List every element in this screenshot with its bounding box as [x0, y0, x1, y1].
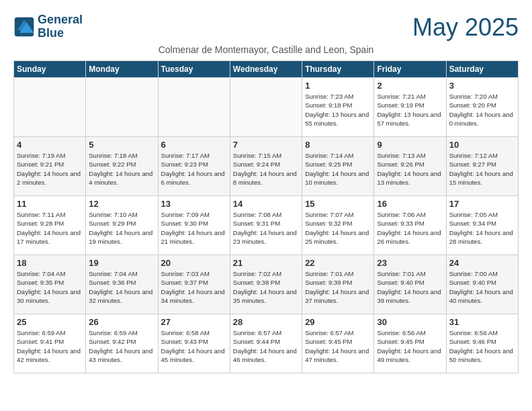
day-info: Sunrise: 7:03 AM Sunset: 9:37 PM Dayligh… [161, 269, 227, 305]
day-number: 27 [161, 317, 227, 327]
day-info: Sunrise: 7:09 AM Sunset: 9:30 PM Dayligh… [161, 210, 227, 246]
day-info: Sunrise: 7:20 AM Sunset: 9:20 PM Dayligh… [449, 92, 515, 128]
day-info: Sunrise: 7:00 AM Sunset: 9:40 PM Dayligh… [449, 269, 515, 305]
day-info: Sunrise: 7:11 AM Sunset: 9:28 PM Dayligh… [17, 210, 83, 246]
logo-line2: Blue [38, 26, 64, 40]
day-number: 10 [449, 140, 515, 150]
calendar-header: Sunday Monday Tuesday Wednesday Thursday… [14, 61, 519, 78]
day-number: 6 [161, 140, 227, 150]
logo-icon [13, 16, 35, 38]
day-number: 22 [305, 258, 371, 268]
day-info: Sunrise: 7:05 AM Sunset: 9:34 PM Dayligh… [449, 210, 515, 246]
day-info: Sunrise: 7:01 AM Sunset: 9:40 PM Dayligh… [377, 269, 443, 305]
day-number: 13 [161, 199, 227, 209]
calendar-cell: 24Sunrise: 7:00 AM Sunset: 9:40 PM Dayli… [446, 255, 518, 314]
day-number: 19 [89, 258, 154, 268]
day-number: 7 [233, 140, 299, 150]
day-info: Sunrise: 6:57 AM Sunset: 9:45 PM Dayligh… [305, 328, 371, 364]
day-number: 20 [161, 258, 227, 268]
header: General Blue May 2025 [13, 13, 519, 42]
week-row-3: 11Sunrise: 7:11 AM Sunset: 9:28 PM Dayli… [14, 196, 519, 255]
day-number: 23 [377, 258, 443, 268]
logo-line1: General [38, 13, 83, 26]
title-area: May 2025 [412, 13, 519, 42]
col-saturday: Saturday [446, 61, 518, 78]
day-number: 18 [17, 258, 83, 268]
day-number: 29 [305, 317, 371, 327]
day-info: Sunrise: 7:10 AM Sunset: 9:29 PM Dayligh… [89, 210, 154, 246]
calendar-cell: 25Sunrise: 6:59 AM Sunset: 9:41 PM Dayli… [14, 314, 86, 373]
day-info: Sunrise: 7:12 AM Sunset: 9:27 PM Dayligh… [449, 151, 515, 187]
calendar-cell: 3Sunrise: 7:20 AM Sunset: 9:20 PM Daylig… [446, 78, 518, 137]
day-info: Sunrise: 7:18 AM Sunset: 9:22 PM Dayligh… [89, 151, 154, 187]
col-tuesday: Tuesday [158, 61, 230, 78]
calendar-cell: 19Sunrise: 7:04 AM Sunset: 9:36 PM Dayli… [86, 255, 158, 314]
day-info: Sunrise: 7:13 AM Sunset: 9:26 PM Dayligh… [377, 151, 443, 187]
logo: General Blue [13, 13, 83, 40]
header-row: Sunday Monday Tuesday Wednesday Thursday… [14, 61, 519, 78]
day-number: 8 [305, 140, 371, 150]
calendar-cell: 12Sunrise: 7:10 AM Sunset: 9:29 PM Dayli… [86, 196, 158, 255]
day-info: Sunrise: 7:04 AM Sunset: 9:36 PM Dayligh… [89, 269, 154, 305]
subtitle: Colmenar de Montemayor, Castille and Leo… [13, 44, 519, 55]
col-sunday: Sunday [14, 61, 86, 78]
day-number: 1 [305, 81, 371, 91]
calendar-cell: 2Sunrise: 7:21 AM Sunset: 9:19 PM Daylig… [374, 78, 446, 137]
day-info: Sunrise: 7:23 AM Sunset: 9:18 PM Dayligh… [305, 92, 371, 128]
day-number: 9 [377, 140, 443, 150]
week-row-5: 25Sunrise: 6:59 AM Sunset: 9:41 PM Dayli… [14, 314, 519, 373]
calendar-cell: 22Sunrise: 7:01 AM Sunset: 9:39 PM Dayli… [302, 255, 374, 314]
calendar-cell: 11Sunrise: 7:11 AM Sunset: 9:28 PM Dayli… [14, 196, 86, 255]
day-info: Sunrise: 7:01 AM Sunset: 9:39 PM Dayligh… [305, 269, 371, 305]
day-number: 17 [449, 199, 515, 209]
day-number: 21 [233, 258, 299, 268]
day-number: 30 [377, 317, 443, 327]
day-info: Sunrise: 7:15 AM Sunset: 9:24 PM Dayligh… [233, 151, 299, 187]
calendar-cell: 30Sunrise: 6:56 AM Sunset: 9:45 PM Dayli… [374, 314, 446, 373]
day-info: Sunrise: 7:19 AM Sunset: 9:21 PM Dayligh… [17, 151, 83, 187]
calendar-cell [14, 78, 86, 137]
col-monday: Monday [86, 61, 158, 78]
calendar-cell: 31Sunrise: 6:56 AM Sunset: 9:46 PM Dayli… [446, 314, 518, 373]
calendar-cell: 1Sunrise: 7:23 AM Sunset: 9:18 PM Daylig… [302, 78, 374, 137]
col-thursday: Thursday [302, 61, 374, 78]
calendar-cell: 14Sunrise: 7:08 AM Sunset: 9:31 PM Dayli… [230, 196, 302, 255]
day-number: 28 [233, 317, 299, 327]
day-number: 5 [89, 140, 154, 150]
calendar-cell: 23Sunrise: 7:01 AM Sunset: 9:40 PM Dayli… [374, 255, 446, 314]
day-number: 31 [449, 317, 515, 327]
col-friday: Friday [374, 61, 446, 78]
day-number: 4 [17, 140, 83, 150]
calendar-cell: 15Sunrise: 7:07 AM Sunset: 9:32 PM Dayli… [302, 196, 374, 255]
calendar-cell [86, 78, 158, 137]
calendar-cell: 6Sunrise: 7:17 AM Sunset: 9:23 PM Daylig… [158, 137, 230, 196]
calendar-cell: 5Sunrise: 7:18 AM Sunset: 9:22 PM Daylig… [86, 137, 158, 196]
day-info: Sunrise: 6:59 AM Sunset: 9:41 PM Dayligh… [17, 328, 83, 364]
calendar-cell: 17Sunrise: 7:05 AM Sunset: 9:34 PM Dayli… [446, 196, 518, 255]
day-number: 26 [89, 317, 154, 327]
page: General Blue May 2025 Colmenar de Montem… [0, 0, 532, 387]
calendar-cell: 20Sunrise: 7:03 AM Sunset: 9:37 PM Dayli… [158, 255, 230, 314]
calendar-cell: 18Sunrise: 7:04 AM Sunset: 9:35 PM Dayli… [14, 255, 86, 314]
day-info: Sunrise: 7:06 AM Sunset: 9:33 PM Dayligh… [377, 210, 443, 246]
calendar-cell: 16Sunrise: 7:06 AM Sunset: 9:33 PM Dayli… [374, 196, 446, 255]
calendar-body: 1Sunrise: 7:23 AM Sunset: 9:18 PM Daylig… [14, 78, 519, 373]
calendar-cell: 10Sunrise: 7:12 AM Sunset: 9:27 PM Dayli… [446, 137, 518, 196]
day-number: 3 [449, 81, 515, 91]
logo-text: General Blue [38, 13, 83, 40]
day-number: 2 [377, 81, 443, 91]
week-row-1: 1Sunrise: 7:23 AM Sunset: 9:18 PM Daylig… [14, 78, 519, 137]
calendar-cell: 29Sunrise: 6:57 AM Sunset: 9:45 PM Dayli… [302, 314, 374, 373]
calendar-cell: 21Sunrise: 7:02 AM Sunset: 9:38 PM Dayli… [230, 255, 302, 314]
day-info: Sunrise: 7:04 AM Sunset: 9:35 PM Dayligh… [17, 269, 83, 305]
day-info: Sunrise: 7:17 AM Sunset: 9:23 PM Dayligh… [161, 151, 227, 187]
day-number: 15 [305, 199, 371, 209]
day-info: Sunrise: 6:59 AM Sunset: 9:42 PM Dayligh… [89, 328, 154, 364]
day-number: 24 [449, 258, 515, 268]
week-row-4: 18Sunrise: 7:04 AM Sunset: 9:35 PM Dayli… [14, 255, 519, 314]
day-number: 11 [17, 199, 83, 209]
calendar-cell: 26Sunrise: 6:59 AM Sunset: 9:42 PM Dayli… [86, 314, 158, 373]
calendar-cell: 7Sunrise: 7:15 AM Sunset: 9:24 PM Daylig… [230, 137, 302, 196]
week-row-2: 4Sunrise: 7:19 AM Sunset: 9:21 PM Daylig… [14, 137, 519, 196]
day-info: Sunrise: 6:58 AM Sunset: 9:43 PM Dayligh… [161, 328, 227, 364]
